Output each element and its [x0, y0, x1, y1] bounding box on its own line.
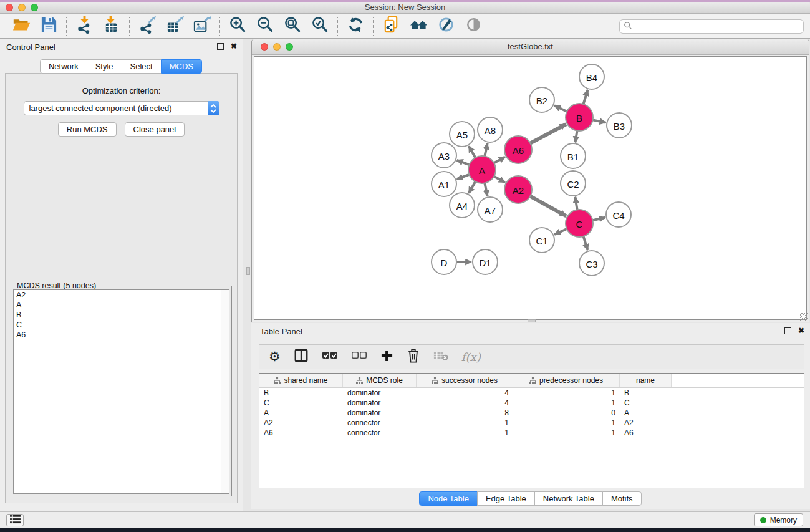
unselect-all-button[interactable] — [351, 347, 367, 366]
table-cell[interactable]: A6 — [620, 428, 672, 437]
table-cell[interactable]: 1 — [417, 428, 513, 437]
tab-motifs[interactable]: Motifs — [602, 491, 642, 506]
table-cell[interactable]: A2 — [259, 418, 343, 427]
list-item[interactable]: A6 — [14, 330, 229, 340]
minimize-window-button[interactable] — [18, 4, 26, 11]
list-item[interactable]: C — [14, 320, 229, 330]
save-session-button[interactable] — [38, 16, 59, 37]
table-cell[interactable]: 4 — [417, 399, 513, 407]
table-row[interactable]: Adominator80A — [259, 408, 804, 418]
close-panel-button[interactable]: Close panel — [125, 122, 185, 137]
zoom-in-button[interactable] — [227, 16, 248, 37]
graph-edge-B-B1[interactable] — [576, 131, 577, 143]
table-row[interactable]: Cdominator41C — [259, 398, 804, 408]
column-header[interactable]: predecessor nodes — [513, 374, 620, 387]
graphics-details-button[interactable] — [435, 16, 456, 37]
table-cell[interactable]: A6 — [259, 428, 343, 437]
column-header[interactable]: MCDS role — [343, 374, 417, 387]
float-table-panel-icon[interactable] — [784, 327, 791, 334]
graph-edge-B-B2[interactable] — [554, 105, 567, 111]
zoom-selected-button[interactable] — [309, 16, 330, 37]
table-cell[interactable]: B — [620, 389, 672, 397]
search-box[interactable] — [619, 19, 804, 34]
graph-edge-B-B4[interactable] — [583, 90, 587, 104]
table-cell[interactable]: 1 — [513, 418, 620, 427]
resize-grip[interactable] — [800, 313, 808, 321]
eye-button[interactable] — [463, 16, 484, 37]
task-history-button[interactable] — [6, 514, 24, 526]
column-header[interactable]: successor nodes — [417, 374, 513, 387]
duplicate-network-button[interactable] — [380, 16, 402, 37]
table-cell[interactable]: dominator — [343, 389, 417, 397]
tab-node-table[interactable]: Node Table — [419, 491, 478, 506]
delete-table-button[interactable] — [433, 347, 448, 366]
tab-edge-table[interactable]: Edge Table — [477, 491, 535, 506]
graph-edge-A6-B[interactable] — [530, 124, 566, 143]
import-table-button[interactable] — [101, 16, 122, 37]
table-cell[interactable]: 1 — [513, 389, 620, 397]
table-cell[interactable]: 0 — [513, 409, 620, 417]
graph-edge-A-A5[interactable] — [469, 146, 475, 158]
tab-select[interactable]: Select — [122, 59, 162, 74]
add-row-button[interactable] — [380, 347, 393, 366]
tab-style[interactable]: Style — [87, 59, 122, 74]
table-cell[interactable]: 1 — [513, 399, 620, 407]
graph-edge-A-A3[interactable] — [457, 160, 470, 165]
import-network-button[interactable] — [74, 16, 95, 37]
table-cell[interactable]: A — [620, 409, 672, 417]
result-list-scrollbar[interactable] — [221, 290, 229, 493]
table-settings-button[interactable]: ⚙ — [269, 347, 281, 366]
close-network-button[interactable] — [261, 43, 268, 51]
column-header[interactable]: name — [620, 374, 672, 387]
column-header[interactable]: shared name — [259, 374, 343, 387]
graph-edge-A-A8[interactable] — [485, 143, 487, 157]
close-panel-icon[interactable]: ✖ — [231, 43, 237, 50]
graph-edge-A-A1[interactable] — [457, 175, 470, 179]
table-cell[interactable]: connector — [343, 428, 417, 437]
zoom-out-button[interactable] — [254, 16, 276, 37]
table-cell[interactable]: 1 — [513, 428, 620, 437]
zoom-network-button[interactable] — [286, 43, 293, 51]
table-cell[interactable]: A2 — [620, 418, 672, 427]
graph-edge-A2-C[interactable] — [530, 196, 566, 216]
table-row[interactable]: Bdominator41B — [259, 388, 804, 398]
table-cell[interactable]: 4 — [417, 389, 513, 397]
select-all-button[interactable] — [322, 347, 338, 366]
zoom-window-button[interactable] — [31, 4, 38, 11]
export-image-button[interactable] — [191, 16, 213, 37]
graph-edge-C-C1[interactable] — [554, 229, 567, 235]
homes-button[interactable] — [408, 16, 429, 37]
minimize-network-button[interactable] — [273, 43, 281, 51]
graph-edge-A-A2[interactable] — [494, 177, 505, 183]
show-column-button[interactable] — [294, 347, 309, 366]
function-builder-button[interactable]: f(x) — [461, 347, 481, 366]
table-cell[interactable]: 8 — [417, 409, 513, 417]
mcds-result-list[interactable]: A2ABCA6 — [13, 289, 229, 494]
delete-row-button[interactable] — [407, 347, 420, 366]
table-cell[interactable]: 1 — [417, 418, 513, 427]
table-cell[interactable]: connector — [343, 418, 417, 427]
graph-edge-A-A6[interactable] — [494, 157, 505, 163]
desktop-horizontal-scrollbar[interactable] — [528, 319, 536, 322]
table-row[interactable]: A2connector11A2 — [259, 418, 804, 428]
tab-mcds[interactable]: MCDS — [161, 59, 202, 74]
zoom-fit-button[interactable] — [282, 16, 303, 37]
graph-edge-B-B3[interactable] — [593, 120, 606, 122]
desktop-vertical-scrollbar[interactable] — [246, 267, 250, 275]
graph-edge-C-C4[interactable] — [592, 218, 605, 220]
float-panel-icon[interactable] — [217, 43, 224, 50]
list-item[interactable]: A2 — [14, 290, 229, 300]
table-row[interactable]: A6connector11A6 — [259, 428, 804, 438]
close-table-panel-icon[interactable]: ✖ — [798, 327, 804, 334]
refresh-network-button[interactable] — [345, 16, 366, 37]
graph-edge-C-C3[interactable] — [584, 236, 588, 250]
list-item[interactable]: A — [14, 300, 229, 310]
search-input[interactable] — [635, 22, 799, 31]
table-cell[interactable]: dominator — [343, 399, 417, 407]
run-mcds-button[interactable]: Run MCDS — [58, 122, 117, 137]
close-window-button[interactable] — [6, 4, 13, 11]
table-cell[interactable]: A — [259, 409, 343, 417]
tab-network[interactable]: Network — [40, 59, 87, 74]
table-cell[interactable]: C — [620, 399, 672, 407]
list-item[interactable]: B — [14, 310, 229, 320]
